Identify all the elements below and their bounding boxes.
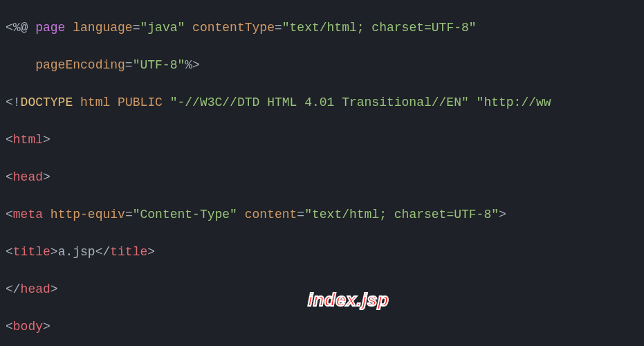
- attr-content: content: [245, 208, 297, 221]
- attr-http-equiv: http-equiv: [50, 208, 125, 221]
- code-line[interactable]: <meta http-equiv="Content-Type" content=…: [0, 206, 644, 224]
- string-value: "java": [140, 21, 185, 35]
- tag-body: body: [13, 320, 43, 334]
- jsp-delim-open: <%@: [6, 21, 35, 35]
- title-text: a.jsp: [58, 245, 95, 259]
- tag-html: html: [13, 133, 43, 147]
- doctype-keyword: DOCTYPE: [21, 95, 73, 109]
- doctype-fpi: "-//W3C//DTD HTML 4.01 Transitional//EN": [170, 95, 469, 109]
- code-line[interactable]: pageEncoding="UTF-8"%>: [0, 56, 644, 75]
- code-line[interactable]: <%@ page language="java" contentType="te…: [0, 19, 644, 37]
- string-value: "text/html; charset=UTF-8": [304, 208, 499, 221]
- doctype-url: "http://ww: [477, 95, 551, 109]
- jsp-delim-close: %>: [185, 58, 200, 72]
- tag-meta: meta: [13, 208, 43, 221]
- code-line[interactable]: <body>: [0, 318, 644, 336]
- attr-pageencoding: pageEncoding: [35, 58, 125, 72]
- tag-head: head: [13, 170, 43, 184]
- code-line[interactable]: <!DOCTYPE html PUBLIC "-//W3C//DTD HTML …: [0, 93, 644, 112]
- jsp-page-keyword: page: [35, 21, 65, 35]
- filename-overlay: index.jsp: [308, 291, 389, 309]
- string-value: "Content-Type": [133, 208, 237, 221]
- code-line[interactable]: <html>: [0, 131, 644, 149]
- code-line[interactable]: <head>: [0, 168, 644, 187]
- attr-language: language: [73, 21, 132, 35]
- string-value: "UTF-8": [133, 58, 185, 72]
- code-line[interactable]: <title>a.jsp</title>: [0, 243, 644, 262]
- string-value: "text/html; charset=UTF-8": [282, 21, 477, 35]
- tag-title: title: [13, 245, 50, 259]
- attr-contenttype: contentType: [192, 21, 275, 35]
- tag-head-close: head: [21, 282, 50, 296]
